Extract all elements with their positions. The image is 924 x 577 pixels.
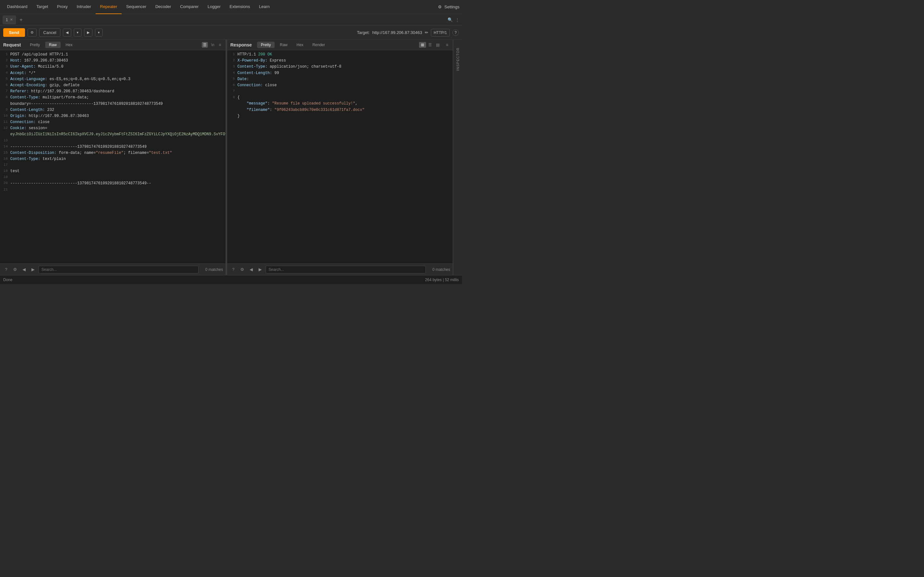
request-panel-header: Request Pretty Raw Hex ☰ \n ≡ — [0, 40, 226, 50]
request-line-7: 7 Referer: http://167.99.206.87:30463/da… — [0, 89, 226, 95]
request-settings-icon[interactable]: ⚙ — [11, 266, 19, 273]
cancel-button[interactable]: Cancel — [39, 28, 60, 37]
prev-dropdown[interactable]: ▾ — [74, 29, 81, 37]
response-next-match-icon[interactable]: ▶ — [257, 266, 264, 273]
status-done: Done — [3, 277, 13, 282]
search-icon[interactable]: 🔍 — [447, 17, 453, 22]
edit-target-icon[interactable]: ✏ — [425, 30, 428, 35]
request-line-20: 20 -----------------------------13798174… — [0, 181, 226, 187]
prev-button[interactable]: ◀ — [63, 29, 71, 37]
nav-extensions[interactable]: Extensions — [225, 0, 255, 14]
response-search-matches: 0 matches — [428, 268, 450, 272]
request-search-input[interactable] — [39, 266, 199, 274]
response-more-options[interactable]: ≡ — [445, 42, 449, 48]
request-view-pretty-icon[interactable]: ☰ — [202, 42, 208, 48]
response-tabs: Pretty Raw Hex Render — [257, 42, 329, 48]
response-view-grid-icon[interactable]: ⊞ — [419, 42, 426, 48]
response-tab-pretty[interactable]: Pretty — [257, 42, 275, 48]
next-button[interactable]: ▶ — [84, 29, 92, 37]
nav-decoder[interactable]: Decoder — [151, 0, 176, 14]
response-line-7: 7 — [227, 89, 453, 95]
request-line-17: 17 — [0, 162, 226, 168]
repeater-tab-1[interactable]: 1 ✕ — [3, 15, 16, 24]
main-area: Request Pretty Raw Hex ☰ \n ≡ 1 POST /ap… — [0, 40, 462, 275]
request-code-area[interactable]: 1 POST /api/upload HTTP/1.1 2 Host: 167.… — [0, 50, 226, 263]
settings-icon-button[interactable]: ⚙ — [27, 29, 37, 37]
request-tab-icons: ☰ \n ≡ — [202, 42, 222, 48]
request-line-3: 3 User-Agent: Mozilla/5.0 — [0, 64, 226, 70]
response-view-compact-icon[interactable]: ▤ — [435, 42, 441, 48]
request-line-8a: 8 Content-Type: multipart/form-data; — [0, 95, 226, 101]
response-tab-hex[interactable]: Hex — [292, 42, 307, 48]
request-line-18: 18 test — [0, 168, 226, 174]
response-search-input[interactable] — [266, 266, 426, 274]
response-line-8c: "filename": "9f06243abcb89c70e0c331c61d8… — [227, 107, 453, 113]
response-line-2: 2 X-Powered-By: Express — [227, 58, 453, 64]
request-line-2: 2 Host: 167.99.206.87:30463 — [0, 58, 226, 64]
request-prev-match-icon[interactable]: ◀ — [21, 266, 27, 273]
nav-dashboard[interactable]: Dashboard — [3, 0, 32, 14]
request-line-9: 9 Content-Length: 232 — [0, 107, 226, 113]
request-line-16: 16 Content-Type: text/plain — [0, 156, 226, 162]
request-next-match-icon[interactable]: ▶ — [29, 266, 37, 273]
add-tab-button[interactable]: + — [17, 16, 25, 24]
more-icon[interactable]: ⋮ — [455, 17, 459, 22]
response-settings-icon[interactable]: ⚙ — [239, 266, 246, 273]
response-title: Response — [230, 42, 252, 47]
toolbar-right: Target: http://167.99.206.87:30463 ✏ HTT… — [357, 29, 459, 37]
response-line-4: 4 Content-Length: 99 — [227, 70, 453, 76]
request-tab-raw[interactable]: Raw — [45, 42, 61, 48]
nav-logger[interactable]: Logger — [203, 0, 225, 14]
request-line-8b: boundary=---------------------------1379… — [0, 101, 226, 107]
response-line-8d: } — [227, 113, 453, 119]
response-view-list-icon[interactable]: ☰ — [427, 42, 434, 48]
request-view-raw-icon[interactable]: ≡ — [218, 42, 222, 48]
response-code-area[interactable]: 1 HTTP/1.1 200 OK 2 X-Powered-By: Expres… — [227, 50, 453, 263]
response-line-1: 1 HTTP/1.1 200 OK — [227, 52, 453, 58]
request-panel: Request Pretty Raw Hex ☰ \n ≡ 1 POST /ap… — [0, 40, 226, 275]
http-version-selector[interactable]: HTTP/1 — [431, 29, 450, 37]
request-help-icon[interactable]: ? — [3, 266, 10, 273]
response-line-6: 6 Connection: close — [227, 82, 453, 89]
nav-proxy[interactable]: Proxy — [53, 0, 72, 14]
nav-intruder[interactable]: Intruder — [72, 0, 95, 14]
response-tab-icons: ⊞ ☰ ▤ ≡ — [419, 42, 449, 48]
status-bar: Done 264 bytes | 52 millis — [0, 275, 462, 284]
request-line-15: 15 Content-Disposition: form-data; name=… — [0, 150, 226, 156]
gear-icon: ⚙ — [438, 5, 442, 9]
response-bottom-bar: ? ⚙ ◀ ▶ 0 matches — [227, 263, 453, 275]
settings-label: Settings — [444, 5, 459, 9]
help-icon[interactable]: ? — [452, 29, 459, 36]
nav-comparer[interactable]: Comparer — [176, 0, 203, 14]
next-dropdown[interactable]: ▾ — [95, 29, 103, 37]
request-line-6: 6 Accept-Encoding: gzip, deflate — [0, 82, 226, 89]
tab-close-icon[interactable]: ✕ — [10, 18, 13, 22]
send-button[interactable]: Send — [3, 28, 25, 37]
inspector-label[interactable]: INSPECTOR — [456, 47, 460, 71]
request-line-1: 1 POST /api/upload HTTP/1.1 — [0, 52, 226, 58]
request-view-compact-icon[interactable]: \n — [210, 42, 216, 48]
request-tab-hex[interactable]: Hex — [62, 42, 76, 48]
target-url: http://167.99.206.87:30463 — [372, 30, 422, 35]
status-info: 264 bytes | 52 millis — [425, 277, 459, 282]
response-help-icon[interactable]: ? — [230, 266, 237, 273]
nav-sequencer[interactable]: Sequencer — [121, 0, 151, 14]
nav-target[interactable]: Target — [32, 0, 53, 14]
request-tabs: Pretty Raw Hex — [26, 42, 76, 48]
response-tab-render[interactable]: Render — [309, 42, 329, 48]
response-panel: Response Pretty Raw Hex Render ⊞ ☰ ▤ ≡ 1… — [227, 40, 453, 275]
response-line-8a: 8 { — [227, 95, 453, 101]
nav-learn[interactable]: Learn — [254, 0, 274, 14]
response-line-5: 5 Date: — [227, 76, 453, 82]
response-tab-raw[interactable]: Raw — [276, 42, 291, 48]
toolbar: Send ⚙ Cancel ◀ ▾ ▶ ▾ Target: http://167… — [0, 26, 462, 40]
tab-bar: 1 ✕ + 🔍 ⋮ — [0, 14, 462, 26]
request-line-4: 4 Accept: */* — [0, 70, 226, 76]
nav-repeater[interactable]: Repeater — [95, 0, 121, 14]
settings-button[interactable]: ⚙ Settings — [438, 5, 459, 9]
request-tab-pretty[interactable]: Pretty — [26, 42, 44, 48]
response-view-toggle: ⊞ ☰ ▤ — [419, 42, 441, 48]
response-prev-match-icon[interactable]: ◀ — [248, 266, 255, 273]
request-line-12a: 12 Cookie: session= — [0, 125, 226, 131]
request-line-11: 11 Connection: close — [0, 119, 226, 125]
